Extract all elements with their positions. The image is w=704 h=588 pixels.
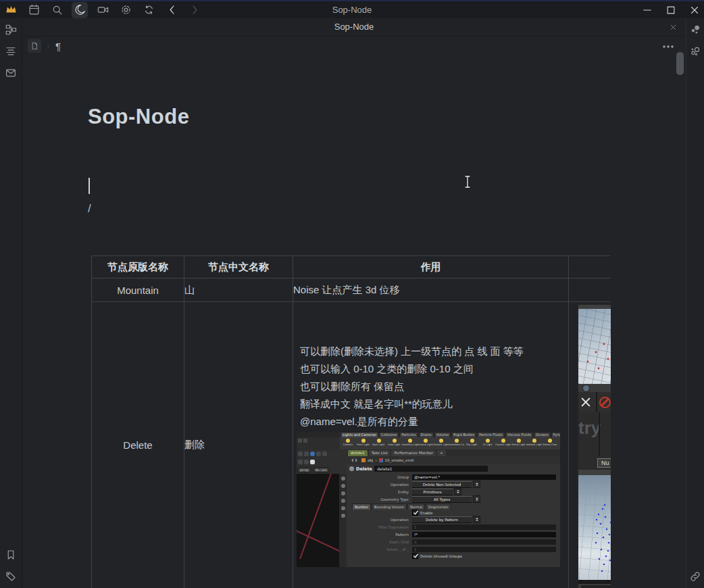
nodes-table: 节点原版名称 节点中文名称 作用 Mountain 山 Noise 让点产生 3… bbox=[91, 255, 611, 588]
bookmark-icon[interactable] bbox=[3, 547, 19, 563]
calendar-icon[interactable] bbox=[26, 2, 42, 18]
titlebar: Sop-Node bbox=[0, 1, 704, 18]
video-camera-icon[interactable] bbox=[95, 2, 111, 18]
viewport-grid-blue-points-image bbox=[578, 475, 611, 580]
houdini-viewport-fragment: persp No cam bbox=[297, 449, 347, 567]
slash-command-text: / bbox=[88, 202, 91, 216]
viewport-grid-red-points-image bbox=[578, 309, 611, 384]
cell-cn-mountain: 山 bbox=[184, 278, 293, 302]
right-sidebar bbox=[686, 18, 704, 588]
cell-effect-mountain: Noise 让点产生 3d 位移 bbox=[293, 278, 569, 302]
shelf-tab: Viscous Fluids bbox=[505, 432, 533, 437]
cell-effect-delete: 可以删除(删除未选择) 上一级节点的 点 线 面 等等 也可以输入 0-10 之… bbox=[293, 302, 569, 588]
pane-tab-add: + bbox=[437, 450, 446, 456]
houdini-screenshot-image: Lights and Cameras Collisions Particles … bbox=[297, 432, 560, 567]
breadcrumb-chevron-icon bbox=[45, 43, 51, 50]
table-row: Delete 删除 可以删除(删除未选择) 上一级节点的 点 线 面 等等 也可… bbox=[92, 302, 611, 588]
search-icon[interactable] bbox=[49, 2, 65, 18]
mail-icon[interactable] bbox=[3, 65, 19, 81]
tab-sop-node[interactable]: Sop-Node bbox=[22, 18, 686, 36]
col-header-chinese-name: 节点中文名称 bbox=[184, 256, 293, 278]
pane-tab: Take List bbox=[369, 450, 391, 456]
cell-cn-delete: 删除 bbox=[184, 302, 293, 588]
breadcrumb-paragraph-item[interactable]: ¶ bbox=[55, 41, 61, 52]
minimize-button[interactable] bbox=[639, 2, 655, 18]
effect-line: 也可以删除所有 保留点 bbox=[300, 378, 568, 395]
vertical-scrollbar-thumb[interactable] bbox=[676, 52, 684, 75]
houdini-side-screenshots: try Nu bbox=[578, 305, 611, 588]
nav-back-icon[interactable] bbox=[164, 2, 180, 18]
viewport-persp-pill: persp bbox=[297, 467, 311, 473]
link-icon[interactable] bbox=[687, 568, 703, 585]
clipped-text-fragment: try bbox=[578, 418, 601, 439]
effect-line: @name=vel.是所有的分量 bbox=[300, 413, 568, 431]
tab-close-icon[interactable] bbox=[668, 22, 678, 32]
houdini-parameter-pane: delete1 Take List Performance Monitor + … bbox=[347, 449, 560, 567]
dark-mode-moon-icon[interactable] bbox=[72, 2, 88, 18]
shelf-tab: Pyro FX bbox=[551, 432, 560, 437]
col-header-image bbox=[569, 256, 611, 278]
effect-line: 可以删除(删除未选择) 上一级节点的 点 线 面 等等 bbox=[300, 343, 568, 360]
more-options-icon[interactable] bbox=[661, 43, 675, 51]
col-header-original-name: 节点原版名称 bbox=[92, 256, 184, 278]
effect-line: 也可以输入 0-10 之类的删除 0-10 之间 bbox=[300, 360, 568, 378]
effect-line: 翻译成中文 就是名字叫**的玩意儿 bbox=[300, 395, 568, 413]
hierarchy-graph-icon[interactable] bbox=[3, 22, 19, 38]
shelf-tab: Collisions bbox=[379, 432, 399, 437]
tag-icon[interactable] bbox=[3, 568, 19, 585]
text-caret bbox=[89, 178, 90, 194]
cell-image-mountain bbox=[569, 278, 611, 302]
shelf-tab: Lights and Cameras bbox=[341, 432, 378, 437]
shelf-tab: Oceans bbox=[534, 432, 551, 437]
page-title: Sop-Node bbox=[88, 105, 189, 129]
shelf-tab: Drains bbox=[419, 432, 434, 437]
pane-tab: delete1 bbox=[348, 450, 368, 456]
left-sidebar bbox=[0, 18, 22, 588]
table-row: Mountain 山 Noise 让点产生 3d 位移 bbox=[92, 278, 611, 302]
shelf-tab: Particles bbox=[399, 432, 418, 437]
x-glyph-icon bbox=[580, 397, 591, 408]
houdini-shelf-tools: Camera Point Light Spot Light Area Light… bbox=[297, 437, 560, 449]
houdini-shelf-tabs: Lights and Cameras Collisions Particles … bbox=[297, 432, 560, 437]
shelf-tab: Particle Fluids bbox=[477, 432, 505, 437]
viewport-nocam-pill: No cam bbox=[313, 467, 330, 473]
app-logo-crown-icon[interactable] bbox=[3, 2, 19, 18]
maximize-button[interactable] bbox=[663, 2, 679, 18]
shelf-tab: Volume bbox=[434, 432, 451, 437]
nav-forward-icon[interactable] bbox=[186, 2, 203, 18]
prohibition-icon bbox=[599, 397, 611, 408]
shelf-tab: Rigid Bodies bbox=[451, 432, 476, 437]
clipped-label-fragment: Nu bbox=[597, 458, 611, 468]
document-icon[interactable] bbox=[28, 39, 41, 53]
settings-gear-icon[interactable] bbox=[118, 2, 134, 18]
dots-cluster-icon[interactable] bbox=[687, 22, 703, 38]
breadcrumb: ¶ bbox=[28, 39, 61, 53]
mouse-ibeam-cursor bbox=[463, 175, 472, 191]
col-header-effect: 作用 bbox=[293, 256, 569, 278]
cell-images-delete: try Nu bbox=[569, 302, 611, 588]
editor-panel: Sop-Node ¶ Sop-Node / 节点原版名称 节点中文名称 作用 bbox=[22, 18, 686, 588]
outline-list-icon[interactable] bbox=[3, 43, 19, 59]
pane-tab: Performance Monitor bbox=[391, 450, 436, 456]
close-button[interactable] bbox=[686, 2, 703, 18]
table-header-row: 节点原版名称 节点中文名称 作用 bbox=[92, 256, 611, 278]
houdini-network-fragment-image bbox=[578, 392, 611, 412]
bubbles-icon[interactable] bbox=[687, 43, 703, 59]
cell-name-mountain: Mountain bbox=[92, 278, 184, 302]
cell-name-delete: Delete bbox=[92, 302, 184, 588]
sync-refresh-icon[interactable] bbox=[141, 2, 157, 18]
tab-bar: Sop-Node bbox=[22, 18, 686, 36]
